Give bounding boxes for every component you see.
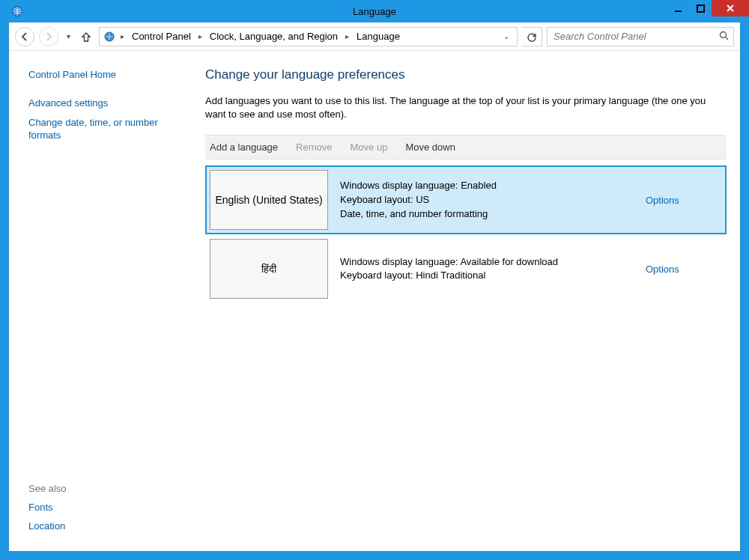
chevron-right-icon[interactable]: ▸	[119, 32, 126, 40]
refresh-button[interactable]	[521, 27, 542, 46]
location-link[interactable]: Location	[28, 520, 189, 532]
breadcrumb-segment[interactable]: Control Panel	[129, 29, 194, 43]
window-title: Language	[9, 6, 740, 17]
language-detail-line: Keyboard layout: US	[340, 193, 640, 207]
svg-rect-1	[675, 10, 682, 12]
language-detail-line: Keyboard layout: Hindi Traditional	[340, 269, 640, 283]
minimize-button[interactable]	[667, 0, 689, 16]
search-input[interactable]	[552, 30, 719, 43]
search-box[interactable]	[547, 27, 734, 46]
page-description: Add languages you want to use to this li…	[205, 94, 727, 121]
language-detail-line: Windows display language: Enabled	[340, 179, 640, 193]
maximize-button[interactable]	[689, 0, 712, 16]
fonts-link[interactable]: Fonts	[28, 502, 189, 513]
language-options-link[interactable]: Options	[646, 264, 679, 275]
client-area: ▾ ▸ Control Panel ▸ Clock, Language, and…	[9, 22, 740, 551]
close-button[interactable]	[712, 0, 749, 16]
move-down-button[interactable]: Move down	[405, 141, 455, 153]
search-icon[interactable]	[719, 31, 729, 43]
back-button[interactable]	[15, 27, 34, 46]
language-tile: हिंदी	[210, 239, 328, 299]
title-bar: Language	[9, 0, 740, 22]
remove-button[interactable]: Remove	[296, 141, 332, 153]
window-frame: Language ▾	[0, 0, 749, 560]
svg-rect-2	[697, 5, 704, 12]
svg-point-4	[721, 31, 727, 37]
sidebar: Control Panel Home Advanced settings Cha…	[9, 51, 195, 551]
language-toolbar: Add a language Remove Move up Move down	[205, 135, 727, 159]
window-controls	[667, 0, 749, 16]
breadcrumb-segment[interactable]: Clock, Language, and Region	[207, 29, 341, 43]
address-dropdown-icon[interactable]: ⌄	[503, 32, 514, 40]
language-details: Windows display language: Enabled Keyboa…	[340, 170, 640, 230]
advanced-settings-link[interactable]: Advanced settings	[28, 97, 189, 110]
language-row[interactable]: हिंदी Windows display language: Availabl…	[205, 234, 727, 303]
language-detail-line: Date, time, and number formatting	[340, 207, 640, 222]
address-bar[interactable]: ▸ Control Panel ▸ Clock, Language, and R…	[99, 27, 518, 46]
chevron-right-icon[interactable]: ▸	[197, 32, 204, 40]
language-options-link[interactable]: Options	[646, 195, 679, 206]
add-language-button[interactable]: Add a language	[210, 141, 278, 153]
language-row[interactable]: English (United States) Windows display …	[205, 165, 727, 234]
language-details: Windows display language: Available for …	[340, 239, 640, 299]
forward-button[interactable]	[39, 27, 58, 46]
breadcrumb-segment[interactable]: Language	[354, 29, 403, 43]
main-pane: Change your language preferences Add lan…	[195, 51, 740, 551]
page-heading: Change your language preferences	[205, 67, 727, 82]
move-up-button[interactable]: Move up	[351, 141, 388, 153]
nav-bar: ▾ ▸ Control Panel ▸ Clock, Language, and…	[9, 22, 740, 51]
see-also-heading: See also	[28, 483, 189, 494]
globe-icon	[103, 30, 116, 43]
change-date-formats-link[interactable]: Change date, time, or number formats	[28, 116, 189, 142]
language-list: English (United States) Windows display …	[205, 165, 727, 303]
up-button[interactable]	[78, 28, 94, 45]
recent-locations-dropdown[interactable]: ▾	[63, 27, 73, 46]
app-icon	[10, 4, 24, 18]
control-panel-home-link[interactable]: Control Panel Home	[28, 69, 189, 80]
language-tile: English (United States)	[210, 170, 328, 230]
language-detail-line: Windows display language: Available for …	[340, 255, 640, 270]
chevron-right-icon[interactable]: ▸	[344, 32, 351, 40]
body: Control Panel Home Advanced settings Cha…	[9, 51, 740, 551]
